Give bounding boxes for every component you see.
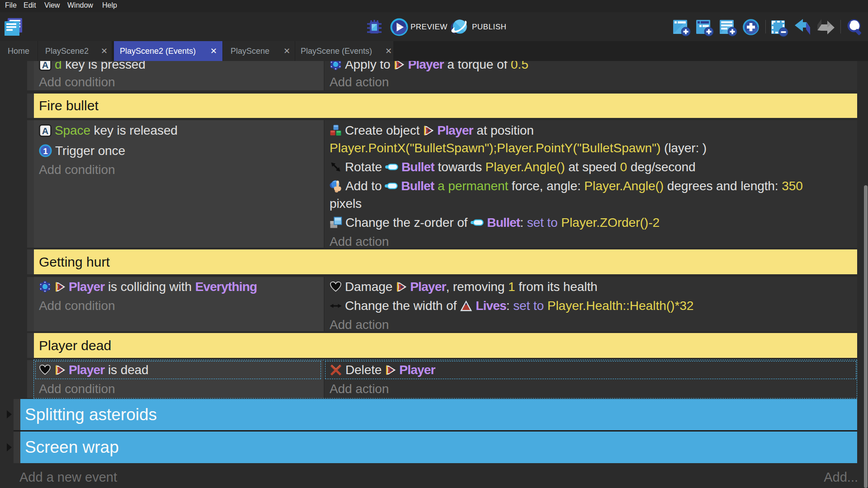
svg-text:1: 1 bbox=[43, 146, 48, 156]
svg-text:A: A bbox=[42, 126, 48, 136]
svg-text:A: A bbox=[42, 61, 48, 70]
